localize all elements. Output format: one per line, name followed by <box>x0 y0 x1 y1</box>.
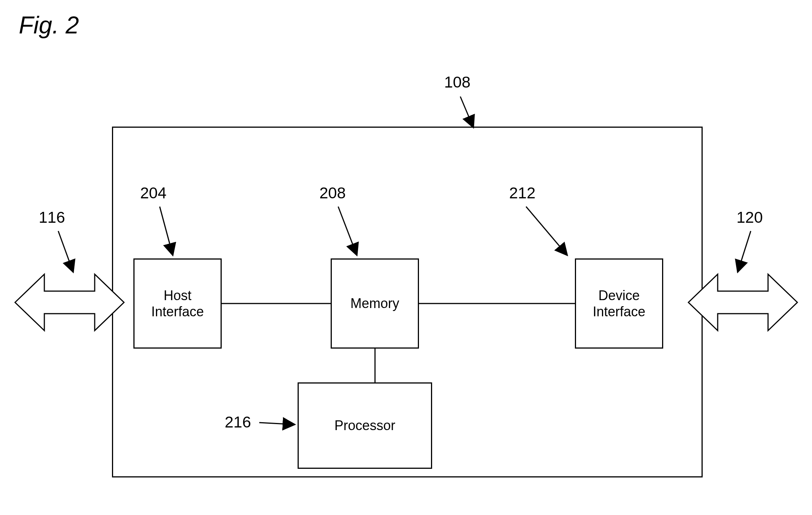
svg-line-5 <box>460 97 473 128</box>
svg-line-9 <box>338 207 357 255</box>
leader-arrows <box>0 0 812 515</box>
svg-line-8 <box>160 207 173 255</box>
svg-line-6 <box>58 231 73 272</box>
svg-line-7 <box>738 231 751 272</box>
svg-line-11 <box>259 423 295 424</box>
svg-line-10 <box>526 207 567 255</box>
